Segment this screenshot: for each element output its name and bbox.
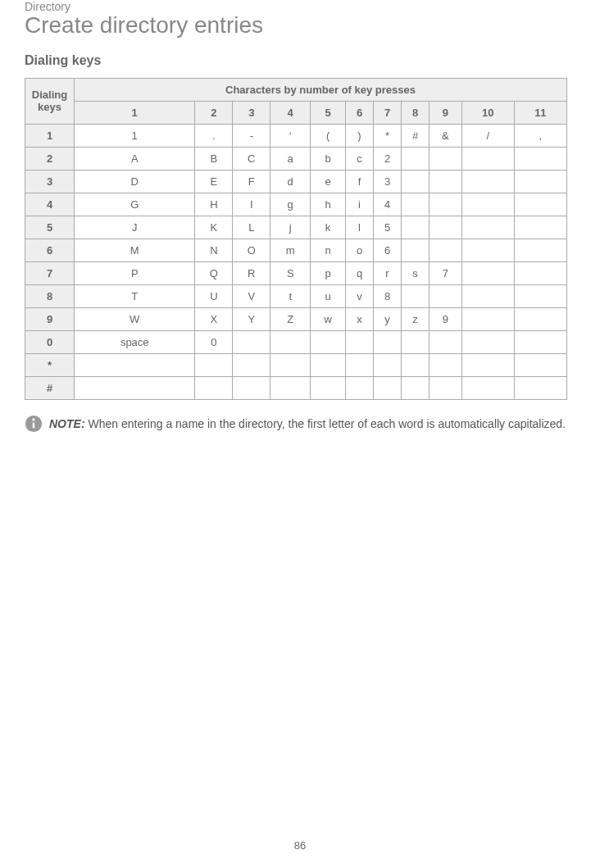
table-cell: r xyxy=(374,261,402,284)
table-cell xyxy=(461,239,514,261)
row-header: # xyxy=(25,376,75,399)
column-header: 7 xyxy=(374,101,402,124)
table-cell xyxy=(311,376,346,399)
table-row: 11.-‘()*#&/, xyxy=(25,124,567,147)
table-cell xyxy=(402,193,430,216)
table-cell xyxy=(270,353,311,376)
table-cell: 1 xyxy=(75,124,195,147)
table-cell: d xyxy=(270,170,311,193)
table-cell: , xyxy=(514,124,566,147)
table-cell xyxy=(430,239,462,261)
table-cell: B xyxy=(195,147,233,170)
table-cell xyxy=(514,353,566,376)
table-cell: D xyxy=(75,170,195,193)
table-cell: Y xyxy=(233,307,270,330)
table-cell: / xyxy=(461,124,514,147)
table-cell: 6 xyxy=(374,239,402,261)
note-text: NOTE: When entering a name in the direct… xyxy=(49,415,566,432)
table-cell xyxy=(311,353,346,376)
table-cell: - xyxy=(233,124,270,147)
column-header: 9 xyxy=(430,101,462,124)
row-header: 5 xyxy=(25,216,75,239)
table-cell xyxy=(514,307,566,330)
table-cell xyxy=(402,239,430,261)
table-cell xyxy=(430,193,462,216)
table-cell: w xyxy=(311,307,346,330)
breadcrumb: Directory xyxy=(25,0,567,13)
table-cell: 9 xyxy=(430,307,462,330)
table-cell: * xyxy=(374,124,402,147)
table-cell: N xyxy=(195,239,233,261)
table-cell: o xyxy=(346,239,374,261)
row-header: 0 xyxy=(25,330,75,353)
table-cell: t xyxy=(270,284,311,307)
table-row: 3DEFdef3 xyxy=(25,170,567,193)
table-cell xyxy=(514,216,566,239)
table-cell: s xyxy=(402,261,430,284)
table-cell xyxy=(461,307,514,330)
table-cell: L xyxy=(233,216,270,239)
table-cell: P xyxy=(75,261,195,284)
table-cell: R xyxy=(233,261,270,284)
table-cell: j xyxy=(270,216,311,239)
table-cell xyxy=(233,330,270,353)
table-cell: b xyxy=(311,147,346,170)
table-cell xyxy=(374,330,402,353)
table-cell xyxy=(461,330,514,353)
note-body: When entering a name in the directory, t… xyxy=(85,417,566,430)
table-cell: F xyxy=(233,170,270,193)
table-cell: J xyxy=(75,216,195,239)
table-cell: K xyxy=(195,216,233,239)
table-cell: S xyxy=(270,261,311,284)
table-row: 6MNOmno6 xyxy=(25,239,567,261)
row-header: 2 xyxy=(25,147,75,170)
table-cell: k xyxy=(311,216,346,239)
table-cell xyxy=(402,147,430,170)
table-cell xyxy=(461,147,514,170)
dialing-keys-table: Dialing keys Characters by number of key… xyxy=(25,78,567,400)
svg-rect-1 xyxy=(33,422,35,428)
section-title: Dialing keys xyxy=(25,53,567,68)
table-cell xyxy=(514,330,566,353)
note-label: NOTE: xyxy=(49,417,85,430)
table-cell: p xyxy=(311,261,346,284)
table-cell: f xyxy=(346,170,374,193)
table-cell xyxy=(461,216,514,239)
table-cell: 8 xyxy=(374,284,402,307)
table-cell xyxy=(430,376,462,399)
table-cell: q xyxy=(346,261,374,284)
page-title: Create directory entries xyxy=(25,13,567,39)
table-cell xyxy=(461,376,514,399)
table-cell: c xyxy=(346,147,374,170)
row-header: 3 xyxy=(25,170,75,193)
table-cell xyxy=(402,376,430,399)
table-cell: 2 xyxy=(374,147,402,170)
info-icon xyxy=(25,415,43,433)
table-cell: & xyxy=(430,124,462,147)
table-cell xyxy=(514,376,566,399)
table-cell: # xyxy=(402,124,430,147)
table-cell: ) xyxy=(346,124,374,147)
table-cell xyxy=(461,170,514,193)
table-column-headers: 1234567891011 xyxy=(25,101,567,124)
table-cell xyxy=(514,239,566,261)
table-cell xyxy=(514,193,566,216)
table-cell xyxy=(311,330,346,353)
table-cell xyxy=(461,284,514,307)
row-header: * xyxy=(25,353,75,376)
table-cell xyxy=(430,284,462,307)
table-cell: n xyxy=(311,239,346,261)
table-cell xyxy=(270,330,311,353)
table-cell: 0 xyxy=(195,330,233,353)
table-cell xyxy=(430,216,462,239)
table-cell xyxy=(461,261,514,284)
table-cell: g xyxy=(270,193,311,216)
table-row: 9WXYZwxyz9 xyxy=(25,307,567,330)
table-cell: 3 xyxy=(374,170,402,193)
table-cell: C xyxy=(233,147,270,170)
table-cell: X xyxy=(195,307,233,330)
table-cell: I xyxy=(233,193,270,216)
table-cell: O xyxy=(233,239,270,261)
table-cell: G xyxy=(75,193,195,216)
table-row: 0space0 xyxy=(25,330,567,353)
